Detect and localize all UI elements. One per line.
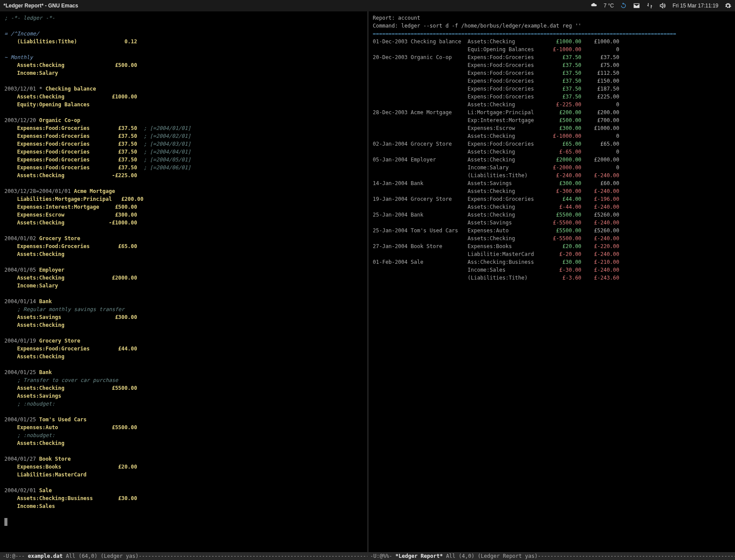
- gnome-top-panel: *Ledger Report* - GNU Emacs 7 °C Fri 15 …: [0, 0, 735, 11]
- settings-gear-icon[interactable]: [724, 2, 732, 9]
- ledger-source-buffer[interactable]: ; -*- ledger -*- = /^Income/ (Liabilitie…: [0, 11, 368, 552]
- modeline-row: -U:@--- example.dat All (64,0) (Ledger y…: [0, 552, 735, 560]
- refresh-icon[interactable]: [620, 2, 627, 9]
- network-icon[interactable]: [646, 2, 653, 9]
- modeline-right[interactable]: -U:@%%- *Ledger Report* All (4,0) (Ledge…: [368, 553, 735, 559]
- weather-icon[interactable]: [591, 2, 598, 9]
- weather-text: 7 °C: [604, 3, 614, 9]
- emacs-frame: ; -*- ledger -*- = /^Income/ (Liabilitie…: [0, 11, 735, 552]
- system-tray: 7 °C Fri 15 Mar 17:11:19: [591, 2, 732, 9]
- modeline-left[interactable]: -U:@--- example.dat All (64,0) (Ledger y…: [0, 553, 368, 559]
- volume-icon[interactable]: [659, 2, 666, 9]
- ledger-report-buffer[interactable]: Report: account Command: ledger --sort d…: [368, 11, 735, 552]
- mail-icon[interactable]: [633, 2, 640, 9]
- window-title: *Ledger Report* - GNU Emacs: [4, 3, 78, 9]
- clock: Fri 15 Mar 17:11:19: [672, 3, 718, 9]
